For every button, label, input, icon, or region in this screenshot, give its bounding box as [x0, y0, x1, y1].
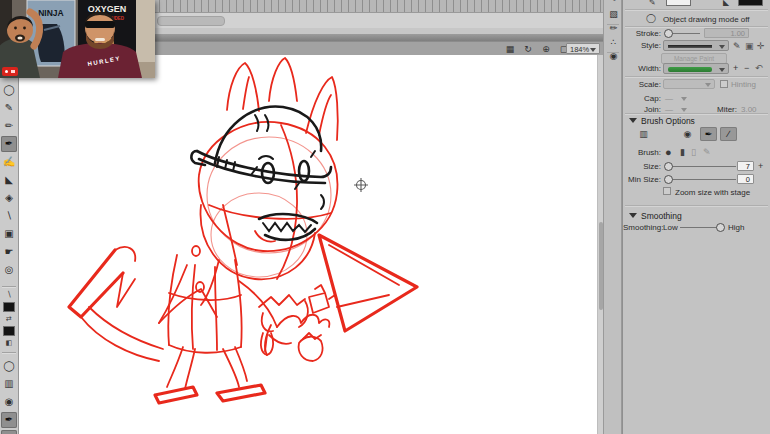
pen-tool[interactable]: ✍ [1, 154, 17, 170]
dock-gear-icon[interactable]: ◔ [606, 0, 622, 7]
dock-transform-icon[interactable]: ▧ [606, 8, 622, 21]
chevron-down-icon [590, 48, 596, 52]
oni-poster-title: OXYGEN [88, 4, 127, 14]
smoothing-high-label: High [728, 223, 744, 232]
toolbar-divider [2, 286, 16, 288]
min-size-value-field[interactable]: 0 [737, 174, 754, 184]
object-drawing-icon[interactable]: ◯ [645, 13, 657, 23]
size-slider-knob[interactable] [664, 162, 673, 171]
smoothing-header[interactable]: Smoothing [623, 211, 770, 221]
center-stage-icon[interactable]: ⊕ [539, 43, 553, 55]
edit-brush-icon[interactable]: ✎ [703, 147, 711, 157]
brush-options-header[interactable]: Brush Options [623, 116, 770, 126]
hand-tool[interactable]: ☛ [1, 244, 17, 260]
brush-mode-button[interactable]: ◉ [679, 127, 696, 141]
section-collapse-icon [629, 213, 637, 218]
use-tilt-toggle[interactable]: ∕ [1, 430, 17, 434]
panel-divider [625, 9, 768, 11]
fill-color-swatch[interactable] [3, 326, 15, 336]
pencil-tool[interactable]: ✎ [1, 100, 17, 116]
zoom-size-with-stage-label: Zoom size with stage [675, 188, 750, 197]
add-width-profile-icon[interactable]: + [733, 63, 738, 73]
scale-label: Scale: [623, 80, 661, 89]
min-size-label: Min Size: [623, 175, 661, 184]
black-white-colors-icon[interactable]: ◧ [0, 339, 18, 347]
style-row: Style: ✎ ▣ ✛ [623, 40, 770, 53]
size-row: Size: 7 + [623, 161, 770, 173]
property-stroke-swatch[interactable] [666, 0, 691, 6]
lock-fill-toggle[interactable]: ▥ [1, 376, 17, 392]
brush-mode-toggle[interactable]: ◉ [1, 394, 17, 410]
smoothing-slider-knob[interactable] [716, 223, 725, 232]
delete-brush-icon[interactable]: ▯ [691, 147, 696, 157]
min-size-slider-knob[interactable] [664, 175, 673, 184]
panel-divider [625, 113, 768, 115]
stroke-color-picker-icon[interactable]: ∖ [0, 290, 18, 299]
size-value-field[interactable]: 7 [737, 161, 754, 171]
camera-tool[interactable]: ▣ [1, 226, 17, 242]
fill-bucket-icon: ◣ [723, 0, 729, 7]
cap-dropdown-chevron[interactable] [681, 97, 687, 101]
size-label: Size: [623, 162, 661, 171]
stage-canvas[interactable] [19, 55, 597, 434]
hinting-label: Hinting [731, 80, 756, 89]
join-dropdown-chevron[interactable] [681, 108, 687, 112]
edit-style-icon[interactable]: ✎ [733, 41, 741, 51]
clip-content-icon[interactable]: ▦ [503, 43, 517, 55]
brush-tip-icon[interactable]: ● [665, 146, 672, 158]
ink-bottle-tool[interactable]: ◈ [1, 190, 17, 206]
smoothing-label: Smoothing: [623, 223, 659, 232]
style-label: Style: [623, 41, 661, 50]
brush-option-toggles-row: ▥ ◉ ✒ ∕ [623, 127, 770, 143]
cap-value: — [665, 94, 673, 103]
swap-colors-icon[interactable]: ⇄ [0, 315, 18, 323]
object-drawing-toggle[interactable]: ◯ [1, 358, 17, 374]
increase-size-icon[interactable]: + [758, 161, 763, 171]
stage-zoom-value: 184% [570, 45, 589, 54]
timeline-scroll-thumb[interactable] [157, 16, 225, 26]
cap-label: Cap: [623, 94, 661, 103]
panel-divider [625, 76, 768, 78]
properties-panel: ✎ ◣ ◯ Object drawing mode off Stroke: 1.… [622, 0, 770, 434]
toolbar-divider [2, 352, 16, 354]
eyedropper-tool[interactable]: ∖ [1, 208, 17, 224]
cap-row: Cap: — [623, 93, 770, 104]
stage-zoom-dropdown[interactable]: 184% [566, 43, 600, 54]
width-dropdown[interactable] [663, 63, 729, 74]
ninja-poster-title: NINJA [38, 8, 64, 18]
style-library-icon[interactable]: ▣ [745, 41, 754, 51]
paint-bucket-tool[interactable]: ◣ [1, 172, 17, 188]
chevron-down-icon [705, 83, 711, 87]
use-pressure-toggle[interactable]: ✒ [1, 412, 17, 428]
stroke-value-field[interactable]: 1.00 [704, 28, 749, 38]
animate-app-window: ◯✎✏✒✍◣◈∖▣☛◎ ∖ ⇄ ◧ ◯▥◉✒∕ ▦↻⊕▢ 184% [0, 0, 770, 434]
stroke-color-swatch[interactable] [3, 302, 15, 312]
fluid-brush-tool[interactable]: ✒ [1, 136, 17, 152]
stroke-slider-knob[interactable] [664, 29, 673, 38]
chevron-down-icon [719, 68, 725, 72]
dock-swatches-icon[interactable]: ∴ [606, 36, 622, 49]
rotate-stage-icon[interactable]: ↻ [521, 43, 535, 55]
use-pressure-button[interactable]: ✒ [700, 127, 717, 141]
style-options-icon[interactable]: ✛ [757, 41, 765, 51]
remove-width-profile-icon[interactable]: − [744, 63, 749, 73]
use-tilt-button[interactable]: ∕ [720, 127, 737, 141]
property-fill-swatch[interactable] [738, 0, 763, 6]
panel-divider [625, 205, 768, 207]
scale-dropdown[interactable] [663, 79, 715, 89]
tool-list: ◯✎✏✒✍◣◈∖▣☛◎ [0, 82, 18, 278]
brush-library-icon[interactable]: ▮ [680, 147, 685, 157]
zoom-size-with-stage-checkbox[interactable] [663, 187, 671, 195]
smoothing-low-label: Low [663, 223, 678, 232]
paint-brush-tool[interactable]: ✏ [1, 118, 17, 134]
section-collapse-icon [629, 118, 637, 123]
oval-tool[interactable]: ◯ [1, 82, 17, 98]
lock-fill-button[interactable]: ▥ [635, 127, 652, 141]
reset-width-icon[interactable]: ↶ [755, 63, 763, 73]
hinting-checkbox[interactable] [720, 80, 728, 88]
zoom-with-stage-row: Zoom size with stage [623, 187, 770, 198]
zoom-tool[interactable]: ◎ [1, 262, 17, 278]
style-dropdown[interactable] [663, 40, 729, 51]
webcam-overlay: NINJA OXYGEN NOT INCLUDED [0, 0, 155, 78]
min-size-row: Min Size: 0 [623, 174, 770, 186]
